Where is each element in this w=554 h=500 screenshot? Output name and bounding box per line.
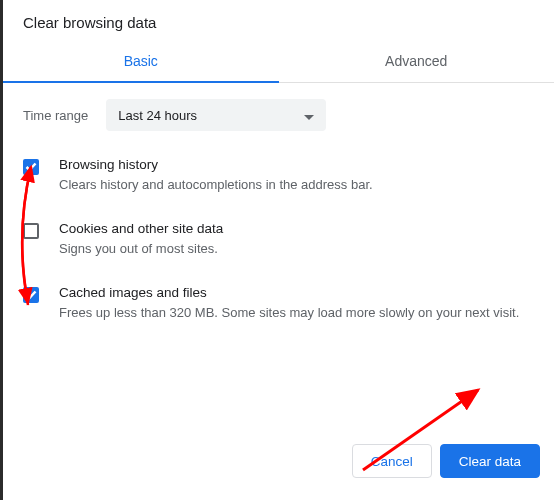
tab-label: Basic: [124, 53, 158, 69]
dropdown-icon: [304, 108, 314, 123]
clear-browsing-data-dialog: Clear browsing data Basic Advanced Time …: [3, 0, 554, 500]
time-range-row: Time range Last 24 hours: [23, 99, 534, 131]
option-desc: Clears history and autocompletions in th…: [59, 176, 373, 195]
option-title: Browsing history: [59, 157, 373, 172]
option-text: Cached images and files Frees up less th…: [59, 285, 519, 323]
dialog-title: Clear browsing data: [3, 14, 554, 41]
option-title: Cached images and files: [59, 285, 519, 300]
button-label: Cancel: [371, 454, 413, 469]
tab-label: Advanced: [385, 53, 447, 69]
time-range-value: Last 24 hours: [118, 108, 197, 123]
option-text: Cookies and other site data Signs you ou…: [59, 221, 223, 259]
checkbox-cache[interactable]: [23, 287, 39, 303]
option-title: Cookies and other site data: [59, 221, 223, 236]
option-desc: Frees up less than 320 MB. Some sites ma…: [59, 304, 519, 323]
option-browsing-history: Browsing history Clears history and auto…: [23, 157, 534, 195]
option-desc: Signs you out of most sites.: [59, 240, 223, 259]
checkbox-browsing-history[interactable]: [23, 159, 39, 175]
tab-advanced[interactable]: Advanced: [279, 41, 555, 82]
dialog-body: Time range Last 24 hours Browsing histor…: [3, 83, 554, 323]
time-range-label: Time range: [23, 108, 88, 123]
dialog-footer: Cancel Clear data: [3, 422, 554, 500]
clear-data-button[interactable]: Clear data: [440, 444, 540, 478]
cancel-button[interactable]: Cancel: [352, 444, 432, 478]
option-cookies: Cookies and other site data Signs you ou…: [23, 221, 534, 259]
checkbox-cookies[interactable]: [23, 223, 39, 239]
time-range-select[interactable]: Last 24 hours: [106, 99, 326, 131]
tab-bar: Basic Advanced: [3, 41, 554, 83]
button-label: Clear data: [459, 454, 521, 469]
tab-basic[interactable]: Basic: [3, 41, 279, 82]
option-text: Browsing history Clears history and auto…: [59, 157, 373, 195]
option-cache: Cached images and files Frees up less th…: [23, 285, 534, 323]
